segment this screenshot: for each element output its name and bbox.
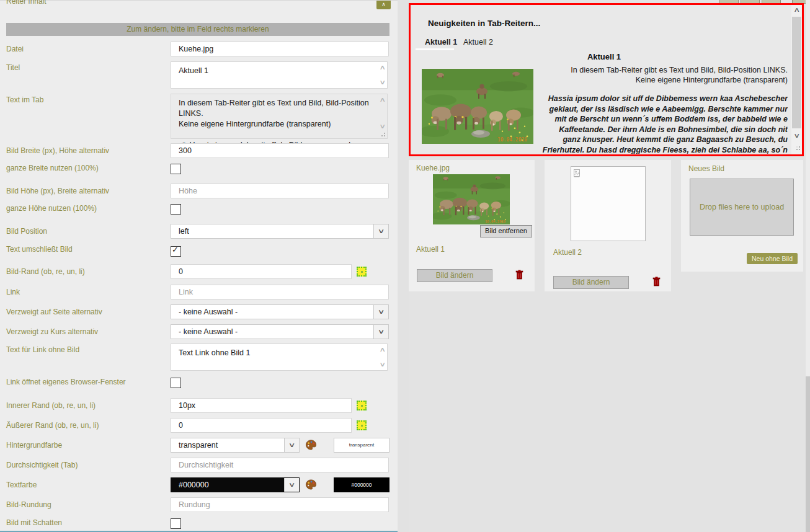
preview-content-title: Aktuell 1: [421, 52, 788, 61]
bild-schatten-checkbox[interactable]: [171, 518, 181, 529]
field-label-text-link: Text für Link ohne Bild: [6, 345, 79, 354]
aeusserer-rand-input[interactable]: [171, 418, 352, 433]
cow-image-thumbnail: [433, 174, 510, 224]
image-card-aktuell-2: Aktuell 2 Bild ändern: [545, 160, 671, 291]
resize-grip-icon[interactable]: [794, 144, 801, 151]
tab-preview-frame: Neuigkeiten in Tab-Reitern... Aktuell 1 …: [409, 3, 804, 156]
bild-position-select[interactable]: left ∨: [171, 224, 389, 239]
resize-grip-icon[interactable]: [380, 131, 386, 137]
field-label-bild-hoehe: Bild Höhe (px), Breite alternativ: [6, 187, 109, 195]
instruction-bar: Zum ändern, bitte im Feld rechts markier…: [6, 23, 389, 36]
margin-picker-icon[interactable]: [357, 420, 367, 430]
field-label-text-umschliesst: Text umschließt Bild: [6, 245, 73, 254]
text-im-tab-textarea[interactable]: In diesem Tab-Reiter gibt es Text und Bi…: [171, 94, 388, 139]
field-label-aeusserer-rand: Äußerer Rand (ob, re, un, li): [6, 421, 99, 430]
panel-title: Reiter Inhalt: [6, 0, 47, 6]
scroll-down-icon[interactable]: ∨: [379, 123, 386, 130]
panel-divider: [398, 0, 409, 532]
text-link-textarea[interactable]: Text Link ohne Bild 1 ∧ ∨: [171, 344, 388, 371]
page-scrollbar[interactable]: [806, 0, 810, 532]
card-title: Aktuell 2: [553, 248, 582, 257]
text-umschliesst-checkbox[interactable]: ✓: [171, 246, 181, 257]
reiter-inhalt-panel: Reiter Inhalt ∧ Zum ändern, bitte im Fel…: [0, 0, 398, 532]
scroll-down-icon[interactable]: ∨: [791, 131, 802, 141]
textfarbe-swatch: #000000: [334, 477, 389, 492]
field-label-verzweigt-kurs: Verzweigt zu Kurs alternativ: [6, 327, 98, 336]
scroll-up-icon[interactable]: ∧: [379, 347, 386, 353]
card-title: Aktuell 1: [416, 245, 445, 254]
link-input[interactable]: [171, 285, 389, 299]
verzweigt-kurs-select[interactable]: - keine Auswahl - ∨: [171, 324, 389, 339]
field-label-bild-schatten: Bild mit Schatten: [6, 518, 62, 527]
scroll-up-icon[interactable]: ∧: [379, 97, 386, 103]
bild-hoehe-input[interactable]: [171, 184, 389, 198]
field-label-datei: Datei: [6, 45, 24, 53]
tab-aktuell-1[interactable]: Aktuell 1: [425, 38, 457, 47]
field-label-textfarbe: Textfarbe: [6, 481, 37, 489]
ganze-breite-checkbox[interactable]: [171, 164, 181, 174]
textfarbe-select[interactable]: #000000 ∨: [171, 477, 300, 492]
preview-tab-content: Aktuell 1 In diesem Tab-Reiter gibt es T…: [421, 51, 788, 154]
datei-input[interactable]: [171, 42, 389, 56]
innerer-rand-input[interactable]: [171, 398, 352, 413]
collapse-panel-button[interactable]: ∧: [376, 1, 391, 9]
palette-icon[interactable]: [305, 439, 317, 453]
field-label-titel: Titel: [6, 63, 20, 72]
field-label-ganze-hoehe: ganze Höhe nutzen (100%): [6, 204, 97, 213]
verzweigt-seite-select[interactable]: - keine Auswahl - ∨: [171, 304, 389, 319]
hintergrundfarbe-swatch: transparent: [334, 438, 389, 453]
empty-image-frame: [571, 166, 646, 241]
ganze-hoehe-checkbox[interactable]: [171, 204, 181, 215]
margin-picker-icon[interactable]: [357, 267, 367, 277]
field-label-durchsichtigkeit: Durchsichtigkeit (Tab): [6, 461, 78, 469]
margin-picker-icon[interactable]: [357, 401, 367, 410]
bild-rundung-input[interactable]: [171, 497, 389, 512]
change-image-button[interactable]: Bild ändern: [553, 276, 629, 289]
scroll-down-icon[interactable]: ∨: [379, 361, 386, 368]
dropzone-label: Drop files here to upload: [700, 203, 784, 211]
scroll-up-icon[interactable]: ∧: [379, 64, 386, 71]
scroll-up-icon[interactable]: ∧: [791, 5, 802, 16]
chevron-down-icon: ∨: [373, 305, 388, 319]
card-file-label: Kuehe.jpg: [416, 164, 450, 172]
preview-scrollbar[interactable]: ∧ ∨: [791, 5, 802, 154]
image-card-aktuell-1: Kuehe.jpg Bild entfernen Aktuell 1 Bild …: [409, 160, 535, 291]
chevron-down-icon: ∨: [373, 224, 388, 238]
chevron-down-icon: ∨: [284, 438, 299, 452]
field-label-innerer-rand: Innerer Rand (ob, re, un, li): [6, 401, 96, 410]
bild-rand-input[interactable]: [171, 264, 352, 279]
field-label-bild-breite: Bild Breite (px), Höhe alternativ: [6, 146, 109, 155]
cow-image: [422, 69, 533, 144]
field-label-bild-rand: Bild-Rand (ob, re, un, li): [6, 267, 85, 276]
trash-icon[interactable]: [515, 270, 523, 282]
new-without-image-button[interactable]: Neu ohne Bild: [747, 253, 798, 264]
preview-heading: Neuigkeiten in Tab-Reitern...: [428, 19, 540, 28]
remove-image-button[interactable]: Bild entfernen: [480, 225, 532, 237]
durchsichtigkeit-input[interactable]: [171, 458, 389, 472]
chevron-down-icon: ∨: [373, 325, 388, 339]
field-label-link-fenster: Link öffnet eigenes Browser-Fenster: [6, 378, 126, 386]
titel-textarea[interactable]: Aktuell 1 ∧ ∨: [171, 61, 388, 89]
new-image-card: Neues Bild Drop files here to upload Neu…: [681, 160, 803, 272]
tab-aktuell-2[interactable]: Aktuell 2: [463, 38, 493, 47]
broken-image-icon: [574, 169, 581, 180]
hintergrundfarbe-select[interactable]: transparent ∨: [171, 438, 300, 453]
scrollbar-thumb[interactable]: [806, 376, 810, 532]
field-label-link: Link: [6, 288, 20, 296]
link-fenster-checkbox[interactable]: [171, 378, 181, 388]
card-title: Neues Bild: [688, 164, 724, 173]
scrollbar-thumb[interactable]: [792, 17, 801, 128]
field-label-verzweigt-seite: Verzweigt auf Seite alternativ: [6, 308, 102, 316]
scroll-down-icon[interactable]: ∨: [379, 79, 386, 86]
trash-icon[interactable]: [652, 277, 661, 289]
file-dropzone[interactable]: Drop files here to upload: [690, 179, 794, 236]
bild-breite-input[interactable]: [171, 143, 389, 158]
field-label-ganze-breite: ganze Breite nutzen (100%): [6, 164, 99, 172]
palette-icon[interactable]: [305, 479, 317, 493]
active-tab-underline: [416, 48, 454, 50]
chevron-up-icon: ∧: [381, 1, 386, 7]
change-image-button[interactable]: Bild ändern: [417, 269, 492, 282]
chevron-down-icon: ∨: [284, 478, 299, 492]
field-label-hintergrundfarbe: Hintergrundfarbe: [6, 441, 62, 450]
field-label-bild-rundung: Bild-Rundung: [6, 500, 51, 509]
